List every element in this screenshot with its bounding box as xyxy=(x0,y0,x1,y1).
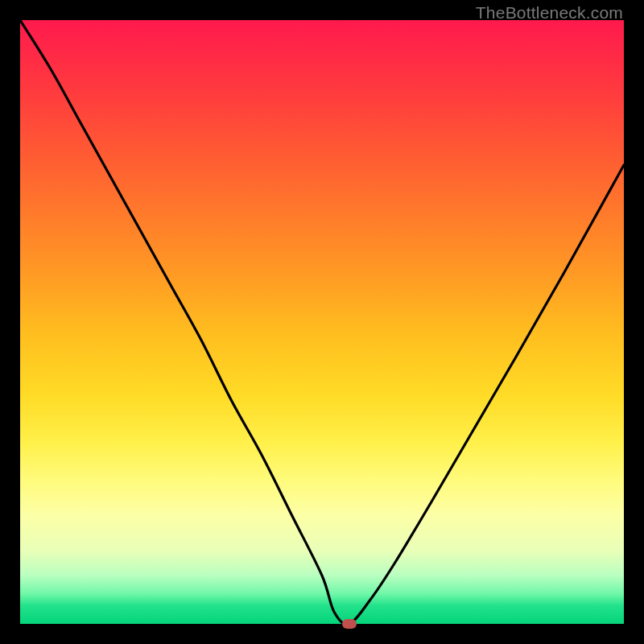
chart-frame: TheBottleneck.com xyxy=(0,0,644,644)
plot-area xyxy=(20,20,624,624)
optimum-marker xyxy=(342,619,357,629)
bottleneck-curve xyxy=(20,20,624,624)
